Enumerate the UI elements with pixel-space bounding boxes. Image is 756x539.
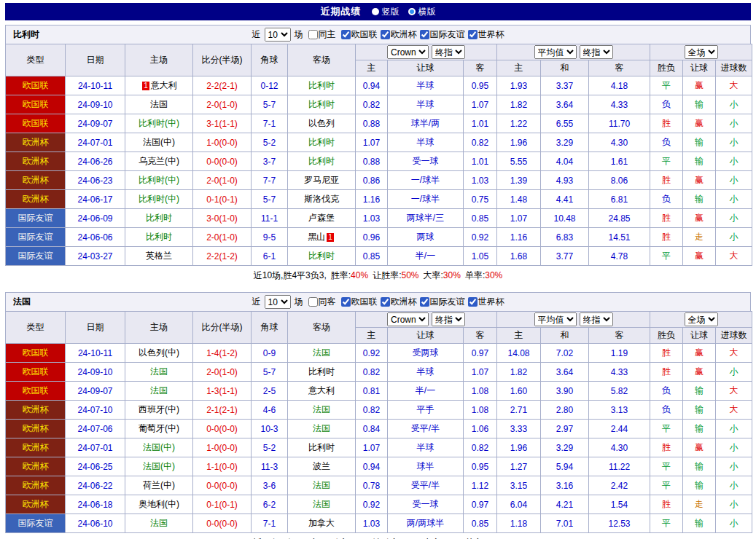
match-row: 欧洲杯24-06-26乌克兰(中)0-0(0-0)3-7比利时0.88受一球1.… [6, 152, 752, 171]
view-mode-option[interactable]: 横版 [408, 6, 436, 18]
result-outcome: 负 [650, 133, 683, 152]
corners-cell: 7-7 [252, 171, 288, 190]
avg-draw: 4.41 [541, 190, 589, 209]
result-goals: 小 [716, 190, 752, 209]
summary-record: 近10场,胜4平3负3, [254, 270, 327, 280]
team-label: 法国 [313, 480, 330, 490]
home-team-cell: 法国 [125, 95, 193, 114]
average-select[interactable]: 平均值 [534, 45, 577, 59]
score-cell: 2-2(1-2) [193, 247, 252, 266]
result-outcome: 胜 [650, 495, 683, 514]
summary-stat-value: 50% [401, 270, 418, 280]
page-title: 近期战绩 [321, 5, 362, 18]
column-header: 角球 [252, 44, 288, 76]
recent-count-select[interactable]: 10 [265, 28, 291, 42]
result-group-header: 全场 [650, 44, 752, 60]
match-row: 欧洲杯24-06-23比利时(中)2-0(1-0)7-7罗马尼亚0.86一/球半… [6, 171, 752, 190]
final-index-select[interactable]: 终指 [432, 45, 465, 59]
score-cell: 1-3(1-1) [193, 382, 252, 401]
competition-checkbox[interactable] [381, 30, 390, 39]
view-mode-option[interactable]: 竖版 [372, 6, 400, 18]
team-label: 西班牙(中) [139, 404, 179, 414]
competition-filter[interactable]: 欧洲杯 [378, 296, 417, 308]
competition-type: 欧洲杯 [6, 190, 66, 209]
avg-draw: 2.97 [541, 420, 589, 438]
competition-filter[interactable]: 国际友谊 [417, 296, 465, 308]
competition-checkbox[interactable] [420, 30, 429, 39]
odds-company-select[interactable]: Crown [387, 312, 429, 326]
same-venue-filter[interactable]: 同客 [305, 296, 336, 308]
team-label: 法国 [313, 347, 330, 358]
competition-filter[interactable]: 国际友谊 [417, 28, 465, 41]
competition-checkbox[interactable] [420, 297, 429, 307]
result-goals: 大 [716, 247, 752, 266]
avg-away: 4.18 [589, 76, 650, 95]
team-label: 法国 [313, 404, 330, 414]
summary-stat-value: 30% [443, 270, 461, 280]
scope-select[interactable]: 全场 [685, 312, 718, 326]
corners-cell: 6-2 [252, 495, 288, 514]
competition-label: 欧洲杯 [391, 28, 417, 41]
result-outcome: 胜 [650, 363, 683, 382]
final-index-select[interactable]: 终指 [580, 45, 613, 59]
recent-label-prefix: 近 [252, 296, 261, 308]
team-label: 法国 [313, 499, 330, 509]
avg-away: 4.78 [589, 247, 650, 266]
recent-count-select[interactable]: 10 [265, 295, 291, 309]
odds-home: 0.94 [356, 457, 388, 476]
match-date: 24-10-11 [66, 344, 125, 363]
scope-select[interactable]: 全场 [685, 45, 718, 59]
competition-filter[interactable]: 欧洲杯 [378, 28, 417, 41]
competition-checkbox[interactable] [341, 30, 351, 39]
radio-icon[interactable] [408, 8, 416, 15]
home-team-cell: 乌克兰(中) [125, 152, 193, 171]
competition-type: 欧洲杯 [6, 401, 66, 420]
result-outcome: 胜 [650, 209, 683, 228]
match-date: 24-06-09 [66, 209, 125, 228]
average-select[interactable]: 平均值 [534, 312, 577, 326]
competition-checkbox[interactable] [468, 297, 478, 307]
handicap: 受平/半 [388, 420, 464, 438]
avg-home: 1.16 [497, 228, 541, 247]
competition-checkbox[interactable] [468, 30, 478, 39]
corners-cell: 5-7 [252, 363, 288, 382]
odds-home: 0.96 [356, 228, 388, 247]
odds-away: 1.08 [464, 401, 497, 420]
final-index-select[interactable]: 终指 [580, 312, 613, 326]
match-row: 欧洲杯24-06-25法国(中)1-1(0-0)11-3波兰0.94球半0.95… [6, 457, 752, 476]
away-team-cell: 法国 [288, 344, 356, 363]
result-outcome: 平 [650, 76, 683, 95]
team-label: 比利时 [308, 99, 335, 109]
avg-draw: 4.21 [541, 495, 589, 514]
subcolumn-header: 和 [541, 60, 589, 76]
competition-type: 欧国联 [6, 363, 66, 382]
team-name: 法国 [13, 296, 31, 308]
home-team-cell: 法国(中) [125, 457, 193, 476]
result-handicap: 输 [683, 95, 716, 114]
same-venue-filter[interactable]: 同主 [305, 28, 336, 41]
score-cell: 3-1(1-1) [193, 114, 252, 133]
odds-away: 1.07 [464, 95, 497, 114]
avg-home: 1.39 [497, 171, 541, 190]
competition-filter[interactable]: 世界杯 [465, 28, 504, 41]
avg-draw: 7.02 [541, 344, 589, 363]
final-index-select[interactable]: 终指 [432, 312, 465, 326]
table-header-row: 类型 日期 主场 比分(半场) 角球 客场 Crown终指 平均值终指 全场 [6, 312, 752, 328]
competition-checkbox[interactable] [341, 297, 351, 307]
result-outcome: 胜 [650, 171, 683, 190]
odds-company-select[interactable]: Crown [387, 45, 429, 59]
radio-icon[interactable] [372, 8, 379, 15]
competition-checkbox[interactable] [381, 297, 390, 307]
competition-type: 欧国联 [6, 344, 66, 363]
competition-filter[interactable]: 欧国联 [338, 296, 378, 308]
same-venue-checkbox[interactable] [308, 30, 318, 39]
topbar: 近期战绩 竖版横版 [5, 3, 751, 20]
competition-type: 欧洲杯 [6, 133, 66, 152]
result-goals: 小 [716, 457, 752, 476]
handicap: 受两球 [388, 344, 464, 363]
competition-filter[interactable]: 欧国联 [338, 28, 378, 41]
competition-type: 欧洲杯 [6, 171, 66, 190]
competition-filter[interactable]: 世界杯 [465, 296, 504, 308]
same-venue-checkbox[interactable] [308, 297, 318, 307]
avg-away: 4.33 [589, 95, 650, 114]
